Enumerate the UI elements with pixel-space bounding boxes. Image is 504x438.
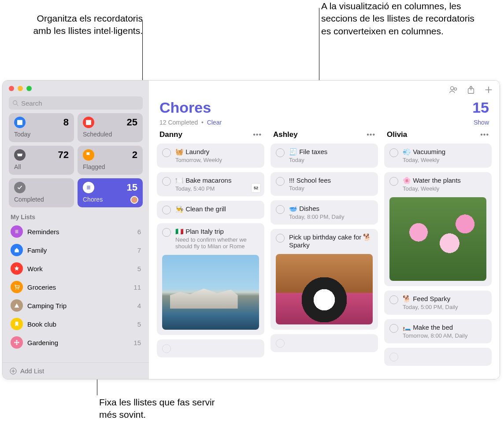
- list-item[interactable]: Book club 5: [3, 315, 149, 333]
- smart-label: Completed: [14, 196, 69, 203]
- column-name: Ashley: [273, 130, 298, 139]
- complete-checkbox[interactable]: [389, 177, 398, 186]
- reminder-meta: Today, 5:00 PM, Daily: [403, 304, 458, 310]
- reminder-card[interactable]: Pick up birthday cake for 🐕 Sparky: [271, 229, 378, 330]
- empty-reminder-slot[interactable]: [157, 339, 264, 357]
- complete-checkbox[interactable]: [162, 344, 171, 353]
- complete-checkbox[interactable]: [276, 148, 285, 157]
- empty-reminder-slot[interactable]: [384, 348, 492, 366]
- list-count: 4: [137, 302, 141, 309]
- svg-point-18: [18, 342, 19, 343]
- search-placeholder: Search: [21, 99, 42, 107]
- cart-icon: [11, 281, 23, 293]
- list-name: Camping Trip: [27, 302, 133, 309]
- search-input[interactable]: Search: [9, 96, 143, 110]
- column-menu-button[interactable]: •••: [253, 131, 262, 139]
- home-icon: [11, 244, 23, 256]
- list-item[interactable]: Family 7: [3, 241, 149, 259]
- complete-checkbox[interactable]: [162, 228, 171, 237]
- complete-checkbox[interactable]: [389, 353, 398, 361]
- complete-checkbox[interactable]: [276, 339, 285, 348]
- collaborate-icon[interactable]: [448, 85, 458, 95]
- reminder-title: 🥣 Dishes: [289, 205, 344, 213]
- list-name: Groceries: [27, 283, 129, 291]
- complete-checkbox[interactable]: [276, 234, 285, 243]
- sidebar: Search 8 Today 25 Scheduled 72 All 2 Fla…: [3, 81, 149, 379]
- callout-top-left: Organitza els recordatoris amb les llist…: [33, 12, 143, 37]
- complete-checkbox[interactable]: [162, 148, 171, 157]
- my-lists: Reminders 6 Family 7 Work 5 Groceries 11…: [3, 222, 149, 362]
- complete-checkbox[interactable]: [162, 206, 171, 214]
- svg-rect-3: [17, 120, 22, 121]
- bookmark-icon: [11, 318, 23, 330]
- reminders-window: Search 8 Today 25 Scheduled 72 All 2 Fla…: [2, 80, 500, 379]
- column: Danny ••• 🧺 Laundry Tomorrow, Weekly 🍽️ …: [157, 130, 264, 379]
- reminder-title: 💨 Vacuuming: [403, 148, 445, 156]
- complete-checkbox[interactable]: [389, 324, 398, 333]
- complete-checkbox[interactable]: [389, 148, 398, 157]
- list-item[interactable]: Reminders 6: [3, 222, 149, 241]
- calendar-badge: 52: [251, 183, 261, 193]
- svg-line-1: [17, 104, 19, 106]
- list-count: 15: [133, 339, 141, 346]
- reminder-notes: Need to confirm whether we should fly to…: [175, 236, 259, 250]
- smart-list-flagged[interactable]: 2 Flagged: [78, 146, 143, 175]
- column-menu-button[interactable]: •••: [367, 131, 375, 139]
- smart-list-completed[interactable]: Completed: [9, 178, 74, 207]
- add-list-button[interactable]: Add List: [3, 362, 149, 379]
- reminder-card[interactable]: 🛏️ Make the bed Tomorrow, 8:00 AM, Daily: [384, 319, 492, 343]
- column-name: Olivia: [387, 130, 407, 139]
- column-menu-button[interactable]: •••: [480, 131, 489, 139]
- reminder-card[interactable]: 🍽️ Bake macarons Today, 5:40 PM 52: [157, 172, 264, 196]
- reminder-title: !!! School fees: [289, 177, 331, 184]
- smart-count: 2: [132, 149, 137, 161]
- reminder-card[interactable]: 🧾 File taxes Today: [271, 144, 378, 168]
- svg-point-16: [16, 343, 17, 345]
- check-icon: [14, 182, 26, 193]
- main-pane: Chores 15 12 Completed • Clear Show Dann…: [149, 81, 500, 379]
- smart-list-today[interactable]: 8 Today: [9, 113, 74, 142]
- complete-checkbox[interactable]: [276, 205, 285, 214]
- reminder-card[interactable]: 💨 Vacuuming Today, Weekly: [384, 144, 492, 168]
- share-icon[interactable]: [466, 85, 476, 95]
- reminder-meta: Tomorrow, Weekly: [175, 157, 222, 163]
- reminder-meta: Today, 5:40 PM: [175, 185, 231, 192]
- list-item[interactable]: Work 5: [3, 259, 149, 278]
- clear-button[interactable]: Clear: [207, 119, 222, 126]
- add-reminder-icon[interactable]: [484, 85, 493, 95]
- reminder-card[interactable]: 🧺 Laundry Tomorrow, Weekly: [157, 144, 264, 168]
- minimize-button[interactable]: [18, 86, 23, 91]
- list-subheader: 12 Completed • Clear Show: [149, 119, 500, 130]
- tent-icon: [11, 299, 23, 312]
- window-controls: [3, 81, 149, 93]
- reminder-card[interactable]: 🌸 Water the plants Today, Weekly: [384, 172, 492, 286]
- list-item[interactable]: Groceries 11: [3, 278, 149, 296]
- close-button[interactable]: [9, 86, 14, 91]
- list-count: 15: [472, 99, 489, 116]
- zoom-button[interactable]: [26, 86, 32, 91]
- reminder-title: 🍽️ Bake macarons: [175, 177, 231, 184]
- reminder-card[interactable]: !!! School fees Today: [271, 172, 378, 196]
- smart-list-chores[interactable]: 15 Chores: [78, 178, 143, 207]
- smart-count: 8: [63, 117, 69, 128]
- complete-checkbox[interactable]: [276, 177, 285, 186]
- reminder-meta: Today: [289, 157, 327, 163]
- empty-reminder-slot[interactable]: [271, 334, 378, 352]
- smart-label: Chores: [83, 196, 137, 203]
- list-title: Chores: [159, 99, 211, 116]
- complete-checkbox[interactable]: [162, 177, 171, 186]
- reminder-card[interactable]: 🇮🇹 Plan Italy trip Need to confirm wheth…: [157, 223, 264, 335]
- reminder-card[interactable]: 🥣 Dishes Today, 8:00 PM, Daily: [271, 200, 378, 225]
- smart-list-scheduled[interactable]: 25 Scheduled: [78, 113, 143, 142]
- svg-rect-5: [86, 120, 91, 121]
- complete-checkbox[interactable]: [389, 295, 398, 304]
- reminder-card[interactable]: 🐕 Feed Sparky Today, 5:00 PM, Daily: [384, 291, 492, 315]
- reminder-card[interactable]: 👨‍🍳 Clean the grill: [157, 201, 264, 219]
- list-item[interactable]: Gardening 15: [3, 333, 149, 352]
- reminder-title: 🧾 File taxes: [289, 148, 327, 156]
- list-item[interactable]: Camping Trip 4: [3, 296, 149, 315]
- column: Olivia ••• 💨 Vacuuming Today, Weekly 🌸 W…: [384, 130, 492, 379]
- section-my-lists: My Lists: [3, 211, 149, 222]
- smart-list-all[interactable]: 72 All: [9, 146, 74, 175]
- show-button[interactable]: Show: [474, 119, 489, 126]
